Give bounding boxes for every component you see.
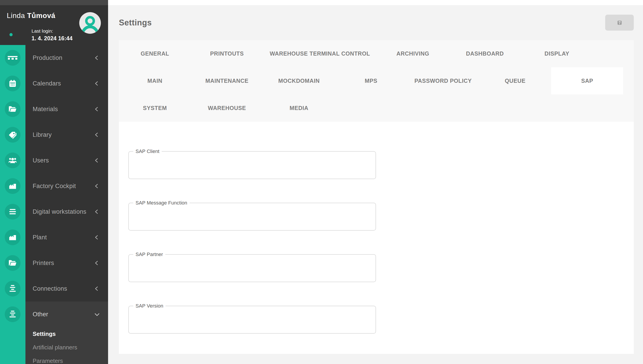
field-sap-message-function: SAP Message Function [128, 203, 376, 230]
save-floppy-icon [617, 20, 622, 26]
factory-icon [5, 230, 21, 245]
sidebar-other-section: OtherSettingsArtificial plannersParamete… [0, 302, 108, 364]
sidebar-subitem-artificial-planners[interactable]: Artificial planners [0, 340, 108, 354]
sidebar-top-strip [0, 0, 108, 5]
chevron-left-icon [94, 260, 100, 266]
tab-system[interactable]: SYSTEM [119, 94, 191, 122]
status-indicator-icon [10, 33, 13, 36]
tab-warehouse[interactable]: WAREHOUSE [191, 94, 263, 122]
lines-3-icon [5, 204, 21, 220]
tab-warehouse-terminal-control[interactable]: WAREHOUSE TERMINAL CONTROL [263, 40, 377, 67]
field-sap-partner: SAP Partner [128, 254, 376, 282]
sidebar-item-label: Materials [33, 96, 58, 122]
tab-mockdomain[interactable]: MOCKDOMAIN [263, 67, 335, 94]
chevron-left-icon [94, 106, 100, 112]
chevron-left-icon [94, 132, 100, 138]
field-input-sap-message-function[interactable] [129, 203, 376, 230]
tab-printouts[interactable]: PRINTOUTS [191, 40, 263, 67]
calendar-icon [5, 76, 21, 91]
sidebar-item-digital-workstations[interactable]: Digital workstations [0, 199, 108, 224]
chevron-left-icon [94, 235, 100, 240]
sidebar-item-label: Plant [33, 224, 47, 250]
settings-panel: SAP ClientSAP Message FunctionSAP Partne… [119, 122, 634, 354]
tags-icon [5, 127, 21, 143]
last-login-label: Last login: [32, 28, 73, 34]
sidebar-item-label: Digital workstations [33, 199, 87, 224]
sidebar-item-calendars[interactable]: Calendars [0, 71, 108, 96]
user-last-name: Tůmová [27, 12, 55, 20]
page-header: Settings [108, 5, 643, 40]
user-name: Linda Tůmová [7, 12, 55, 20]
tab-general[interactable]: GENERAL [119, 40, 191, 67]
user-header: Linda Tůmová Last login: 1. 4. 2024 16:4… [0, 5, 108, 45]
sidebar-item-label: Factory Cockpit [33, 173, 76, 199]
main-top-bar [108, 0, 643, 5]
user-icon [79, 12, 101, 34]
user-first-name: Linda [7, 12, 25, 20]
chevron-left-icon [94, 209, 100, 214]
field-sap-version: SAP Version [128, 306, 376, 334]
chevron-left-icon [94, 55, 100, 60]
field-input-sap-client[interactable] [129, 152, 376, 179]
tab-archiving[interactable]: ARCHIVING [377, 40, 449, 67]
sidebar-item-production[interactable]: Production [0, 45, 108, 71]
page-title: Settings [119, 18, 152, 28]
lines-4-icon [5, 306, 21, 322]
field-input-sap-version[interactable] [129, 306, 376, 333]
users-icon [5, 152, 21, 168]
factory-icon [5, 178, 21, 194]
sidebar-item-other[interactable]: Other [0, 302, 108, 327]
chevron-left-icon [94, 158, 100, 163]
chevron-left-icon [94, 286, 100, 291]
tab-dashboard[interactable]: DASHBOARD [449, 40, 521, 67]
sidebar-item-plant[interactable]: Plant [0, 224, 108, 250]
tab-mps[interactable]: MPS [335, 67, 407, 94]
tab-queue[interactable]: QUEUE [479, 67, 551, 94]
field-sap-client: SAP Client [128, 151, 376, 179]
tab-display[interactable]: DISPLAY [521, 40, 593, 67]
main-content: Settings GENERALPRINTOUTSWAREHOUSE TERMI… [108, 0, 643, 364]
tab-password-policy[interactable]: PASSWORD POLICY [407, 67, 479, 94]
lines-4-icon [5, 281, 21, 296]
last-login: Last login: 1. 4. 2024 16:44 [32, 28, 73, 42]
sidebar-item-label: Printers [33, 250, 54, 276]
sidebar-item-factory-cockpit[interactable]: Factory Cockpit [0, 173, 108, 199]
sidebar-item-materials[interactable]: Materials [0, 96, 108, 122]
chevron-left-icon [94, 183, 100, 189]
chevron-left-icon [94, 81, 100, 86]
tab-main[interactable]: MAIN [119, 67, 191, 94]
sidebar-subitem-settings[interactable]: Settings [0, 327, 108, 340]
tab-sap[interactable]: SAP [551, 67, 623, 94]
sidebar-subitem-parameters[interactable]: Parameters [0, 354, 108, 364]
folder-open-icon [5, 255, 21, 271]
sidebar-item-label: Library [33, 122, 52, 148]
pallet-icon [5, 50, 21, 66]
sidebar-item-label: Users [33, 148, 49, 173]
folder-open-icon [5, 101, 21, 117]
save-button[interactable] [605, 14, 634, 30]
sidebar-item-library[interactable]: Library [0, 122, 108, 148]
avatar[interactable] [79, 12, 101, 34]
tab-maintenance[interactable]: MAINTENANCE [191, 67, 263, 94]
chevron-down-icon [94, 312, 100, 317]
sidebar: Linda Tůmová Last login: 1. 4. 2024 16:4… [0, 0, 108, 364]
sidebar-item-label: Other [33, 302, 48, 327]
field-input-sap-partner[interactable] [129, 255, 376, 282]
settings-tabs: GENERALPRINTOUTSWAREHOUSE TERMINAL CONTR… [119, 40, 634, 122]
tab-media[interactable]: MEDIA [263, 94, 335, 122]
sidebar-menu: ProductionCalendarsMaterialsLibraryUsers… [0, 45, 108, 302]
sidebar-item-printers[interactable]: Printers [0, 250, 108, 276]
sidebar-item-label: Production [33, 45, 62, 71]
sidebar-item-label: Calendars [33, 71, 61, 96]
last-login-value: 1. 4. 2024 16:44 [32, 34, 73, 42]
sidebar-item-label: Connections [33, 276, 67, 302]
sidebar-item-users[interactable]: Users [0, 148, 108, 173]
sidebar-item-connections[interactable]: Connections [0, 276, 108, 302]
